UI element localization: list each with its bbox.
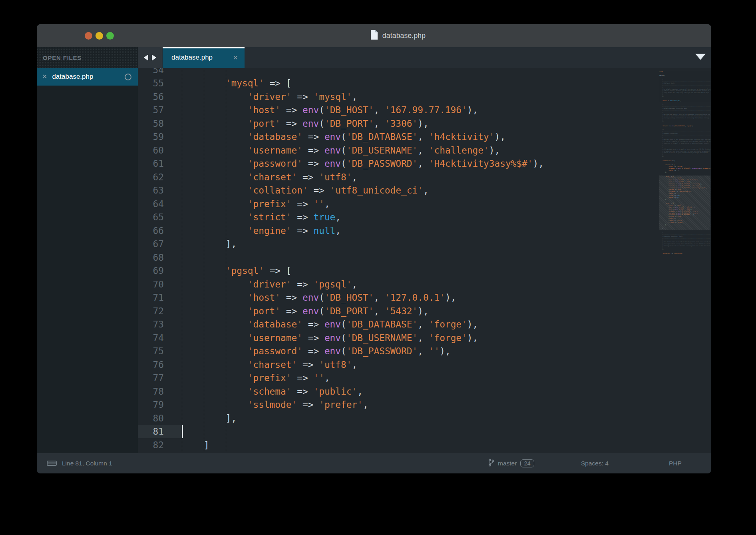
code-line[interactable]: 79 'sslmode' => 'prefer', [138, 398, 711, 412]
code-text: 'password' => env('DB_PASSWORD', 'H4ckti… [182, 157, 544, 171]
line-number: 74 [138, 331, 182, 345]
code-line[interactable]: 77 'prefix' => '', [138, 371, 711, 385]
line-number: 68 [138, 251, 182, 264]
tab-overflow-icon[interactable] [695, 54, 706, 62]
git-branch-group[interactable]: master 24 [488, 453, 534, 473]
code-text: 'database' => env('DB_DATABASE', 'forge'… [182, 318, 478, 331]
minimap-line [659, 255, 710, 257]
line-number: 70 [138, 277, 182, 291]
code-line[interactable]: 58 'port' => env('DB_PORT', '3306'), [138, 117, 711, 130]
code-text: 'charset' => 'utf8', [182, 358, 357, 371]
line-number: 63 [138, 184, 182, 198]
sidebar-item-database-php[interactable]: ✕ database.php [37, 68, 138, 86]
code-text: 'engine' => null, [182, 224, 341, 238]
indentation-setting[interactable]: Spaces: 4 [581, 453, 609, 473]
minimap-line: | you may use many connections at once u… [659, 117, 710, 119]
minimap-line: |---------------------------------------… [659, 110, 710, 112]
code-line[interactable]: 75 'password' => env('DB_PASSWORD', ''), [138, 345, 711, 358]
code-line[interactable]: 76 'charset' => 'utf8', [138, 358, 711, 371]
line-number: 55 [138, 77, 182, 90]
code-line[interactable]: 78 'schema' => 'public', [138, 385, 711, 398]
minimap-viewport[interactable] [659, 176, 710, 230]
cursor-position-text: Line 81, Column 1 [62, 460, 112, 467]
code-text: 'mysql' => [ [182, 77, 292, 90]
syntax-selector[interactable]: PHP [669, 453, 682, 473]
code-text: 'password' => env('DB_PASSWORD', ''), [182, 345, 451, 358]
code-line[interactable]: 60 'username' => env('DB_USERNAME', 'cha… [138, 144, 711, 157]
code-line[interactable]: 55 'mysql' => [ [138, 77, 711, 90]
minimap-line: |---------------------------------------… [659, 135, 710, 137]
zoom-window-button[interactable] [106, 32, 114, 40]
code-line[interactable]: 54 [138, 68, 711, 77]
code-line[interactable]: 64 'prefix' => '', [138, 197, 711, 211]
code-text: ], [182, 238, 237, 251]
code-line[interactable]: 69 'pgsql' => [ [138, 264, 711, 278]
code-line[interactable]: 82 ] [138, 438, 711, 452]
code-line[interactable]: 73 'database' => env('DB_DATABASE', 'for… [138, 318, 711, 331]
code-text: 'port' => env('DB_PORT', '3306'), [182, 117, 429, 130]
titlebar[interactable]: database.php [37, 24, 711, 47]
code-line[interactable]: 62 'charset' => 'utf8', [138, 170, 711, 184]
close-window-button[interactable] [85, 32, 92, 40]
code-text: 'port' => env('DB_PORT', '5432'), [182, 304, 429, 318]
tab-database-php[interactable]: database.php ✕ [163, 47, 245, 68]
code-line[interactable]: 66 'engine' => null, [138, 224, 711, 238]
tab-nav-block [138, 47, 162, 68]
code-line[interactable]: 59 'database' => env('DB_DATABASE', 'h4c… [138, 130, 711, 144]
nav-back-icon[interactable] [144, 54, 148, 61]
code-line[interactable]: 57 'host' => env('DB_HOST', '167.99.77.1… [138, 104, 711, 117]
minimap-line: | the migrations on disk haven't actuall… [659, 245, 710, 247]
close-file-icon[interactable]: ✕ [42, 74, 47, 80]
code-line[interactable]: 63 'collation' => 'utf8_unicode_ci', [138, 184, 711, 198]
line-number: 66 [138, 224, 182, 238]
line-number: 71 [138, 291, 182, 305]
tab-label: database.php [171, 54, 213, 62]
line-number: 82 [138, 438, 182, 452]
code-text: 'sslmode' => 'prefer', [182, 398, 368, 412]
cursor-position-icon [47, 461, 57, 466]
line-number: 79 [138, 398, 182, 412]
minimize-window-button[interactable] [95, 32, 103, 40]
window-title-group: database.php [370, 30, 426, 41]
code-line[interactable]: 65 'strict' => true, [138, 211, 711, 224]
code-line[interactable]: 71 'host' => env('DB_HOST', '127.0.0.1')… [138, 291, 711, 305]
modified-indicator-icon [125, 74, 131, 80]
line-number: 60 [138, 144, 182, 157]
line-number: 65 [138, 211, 182, 224]
line-number: 76 [138, 358, 182, 371]
code-text: 'schema' => 'public', [182, 385, 363, 398]
cursor-position-group[interactable]: Line 81, Column 1 [47, 453, 112, 473]
minimap-line: |---------------------------------------… [659, 84, 710, 86]
code-text: 'database' => env('DB_DATABASE', 'h4ckti… [182, 130, 505, 144]
code-text: 'username' => env('DB_USERNAME', 'challe… [182, 144, 500, 157]
line-number: 62 [138, 170, 182, 184]
code-text: ] [182, 438, 209, 452]
code-line[interactable]: 72 'port' => env('DB_PORT', '5432'), [138, 304, 711, 318]
line-number: 75 [138, 345, 182, 358]
code-text: 'driver' => 'pgsql', [182, 277, 357, 291]
open-files-header: OPEN FILES [37, 47, 138, 68]
code-lines: 5455 'mysql' => [56 'driver' => 'mysql',… [138, 68, 711, 452]
tab-bar: database.php ✕ [138, 47, 711, 68]
code-line[interactable]: 61 'password' => env('DB_PASSWORD', 'H4c… [138, 157, 711, 171]
editor-window: database.php OPEN FILES ✕ database.php d… [37, 24, 711, 473]
code-line[interactable]: 68 [138, 251, 711, 264]
code-editor[interactable]: 5455 'mysql' => [56 'driver' => 'mysql',… [138, 68, 711, 453]
git-branch-name: master [498, 460, 517, 467]
line-number: 54 [138, 68, 182, 77]
line-number: 77 [138, 371, 182, 385]
code-line[interactable]: 70 'driver' => 'pgsql', [138, 277, 711, 291]
code-line[interactable]: 80 ], [138, 411, 711, 425]
code-text: 'host' => env('DB_HOST', '167.99.77.196'… [182, 104, 478, 117]
tab-close-icon[interactable]: ✕ [233, 54, 238, 62]
code-line[interactable]: 56 'driver' => 'mysql', [138, 90, 711, 104]
line-number: 81 [138, 425, 182, 439]
nav-forward-icon[interactable] [152, 54, 156, 61]
code-line[interactable]: 74 'username' => env('DB_USERNAME', 'for… [138, 331, 711, 345]
code-line[interactable]: 81 [138, 425, 711, 439]
line-number: 69 [138, 264, 182, 278]
code-line[interactable]: 67 ], [138, 238, 711, 251]
text-cursor [182, 425, 183, 439]
code-text: ], [182, 411, 237, 425]
sidebar: OPEN FILES ✕ database.php [37, 47, 138, 453]
